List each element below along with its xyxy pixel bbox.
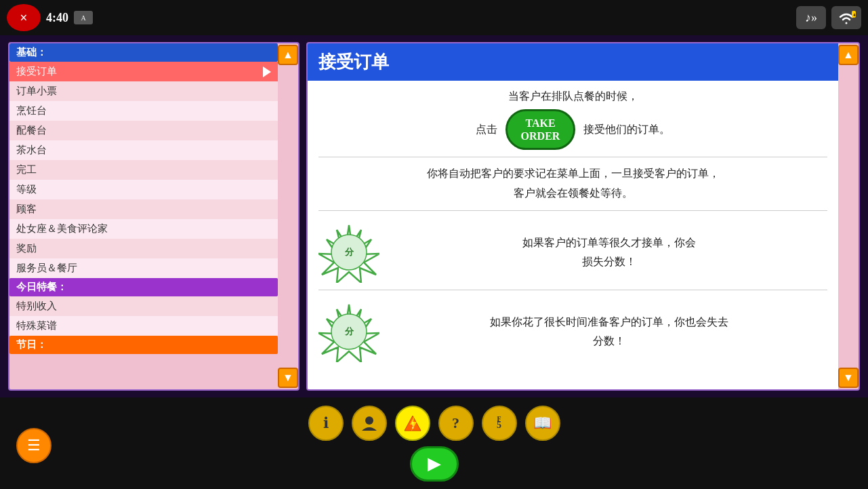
- menu-item-customer[interactable]: 顾客: [9, 199, 278, 219]
- right-header: 接受订单: [308, 43, 838, 81]
- menu-item-staff-restaurant[interactable]: 服务员＆餐厅: [9, 258, 278, 278]
- right-scroll-down-btn[interactable]: ▼: [838, 368, 859, 388]
- book-icon-btn[interactable]: 📖: [525, 406, 560, 441]
- person-icon-btn[interactable]: [352, 406, 387, 441]
- main-content: 基础： 接受订单 订单小票 烹饪台 配餐台 茶水台 完工: [0, 35, 868, 397]
- top-bar-left: × 4:40 A: [7, 4, 93, 31]
- menu-item-food-station[interactable]: 配餐台: [9, 121, 278, 140]
- logo-badge: ×: [7, 4, 41, 31]
- wifi-icon-btn[interactable]: 4: [831, 6, 861, 29]
- section-penalty-slow-prep: 分 如果你花了很长时间准备客户的订单，你也会失去分数！: [318, 297, 827, 369]
- svg-text:4: 4: [853, 12, 856, 18]
- section-penalty-slow-accept: 分 如果客户的订单等很久才接单，你会损失分数！: [318, 218, 827, 290]
- menu-item-tea-station[interactable]: 茶水台: [9, 140, 278, 160]
- top-bar: × 4:40 A ♪» 4: [0, 0, 868, 35]
- left-list: 基础： 接受订单 订单小票 烹饪台 配餐台 茶水台 完工: [9, 43, 278, 389]
- left-scroll-up-btn[interactable]: ▲: [278, 45, 298, 65]
- right-panel: 接受订单 当客户在排队点餐的时候， 点击 TAKEORDER 接受他们的订单。: [306, 42, 860, 391]
- bottom-icons-row: ℹ ! ? F 5 📖: [308, 406, 560, 441]
- left-scroll-buttons: ▲ ▼: [278, 43, 298, 389]
- menu-item-special-income[interactable]: 特别收入: [9, 296, 278, 316]
- info-icon-btn[interactable]: ℹ: [308, 406, 344, 441]
- take-order-button[interactable]: TAKEORDER: [505, 109, 576, 150]
- top-bar-right: ♪» 4: [796, 6, 861, 29]
- score-badge-2: 分: [318, 301, 379, 362]
- text-accept: 接受他们的订单。: [583, 121, 670, 138]
- text-auto-record: 你将自动把客户的要求记在菜单上面，一旦接受客户的订单，客户就会在领餐处等待。: [318, 164, 827, 203]
- content-row-1: 当客户在排队点餐的时候，: [318, 87, 827, 105]
- menu-button[interactable]: ☰: [16, 428, 51, 463]
- text-penalty-slow: 如果客户的订单等很久才接单，你会损失分数！: [390, 233, 827, 270]
- text-when-customer: 当客户在排队点餐的时候，: [508, 87, 638, 105]
- menu-item-special-recipe[interactable]: 特殊菜谱: [9, 316, 278, 336]
- right-content: 接受订单 当客户在排队点餐的时候， 点击 TAKEORDER 接受他们的订单。: [308, 43, 838, 389]
- right-title: 接受订单: [318, 50, 389, 74]
- score-badge-2-text: 分: [345, 326, 354, 338]
- right-scroll-up-btn[interactable]: ▲: [838, 45, 859, 65]
- menu-item-virgo-critic[interactable]: 处女座＆美食评论家: [9, 219, 278, 239]
- music-icon-btn[interactable]: ♪»: [796, 6, 826, 29]
- menu-item-kitchen[interactable]: 烹饪台: [9, 101, 278, 121]
- section-header-basics: 基础：: [9, 43, 278, 62]
- svg-point-4: [365, 416, 373, 425]
- content-row-2: 点击 TAKEORDER 接受他们的订单。: [318, 109, 827, 150]
- keyboard-icon: A: [74, 11, 93, 24]
- right-scroll-buttons: ▲ ▼: [838, 43, 859, 389]
- content-section-1: 当客户在排队点餐的时候， 点击 TAKEORDER 接受他们的订单。: [318, 87, 827, 157]
- selected-arrow-icon: [263, 66, 271, 77]
- left-panel: 基础： 接受订单 订单小票 烹饪台 配餐台 茶水台 完工: [8, 42, 299, 391]
- text-click: 点击: [476, 121, 497, 138]
- section-header-festival: 节日：: [9, 336, 278, 354]
- left-scroll-down-btn[interactable]: ▼: [278, 368, 298, 388]
- text-penalty-slow-prep: 如果你花了很长时间准备客户的订单，你也会失去分数！: [390, 313, 827, 349]
- bottom-bar: ℹ ! ? F 5 📖 ▶: [0, 397, 868, 489]
- menu-item-complete[interactable]: 完工: [9, 160, 278, 180]
- f5-icon-btn[interactable]: F 5: [482, 406, 517, 441]
- time-display: 4:40: [46, 11, 68, 25]
- right-body: 当客户在排队点餐的时候， 点击 TAKEORDER 接受他们的订单。 你将自动把…: [308, 81, 838, 389]
- section-header-special: 今日特餐：: [9, 278, 278, 296]
- score-badge-1: 分: [318, 222, 379, 283]
- menu-item-receipt[interactable]: 订单小票: [9, 81, 278, 101]
- score-badge-1-text: 分: [345, 246, 354, 258]
- help-icon-btn[interactable]: ?: [438, 406, 474, 441]
- menu-item-reward[interactable]: 奖励: [9, 239, 278, 258]
- alert-icon-btn[interactable]: !: [395, 406, 430, 441]
- menu-item-grade[interactable]: 等级: [9, 180, 278, 199]
- menu-item-accept-order[interactable]: 接受订单: [9, 62, 278, 81]
- content-section-2: 你将自动把客户的要求记在菜单上面，一旦接受客户的订单，客户就会在领餐处等待。: [318, 164, 827, 211]
- play-button[interactable]: ▶: [410, 446, 459, 482]
